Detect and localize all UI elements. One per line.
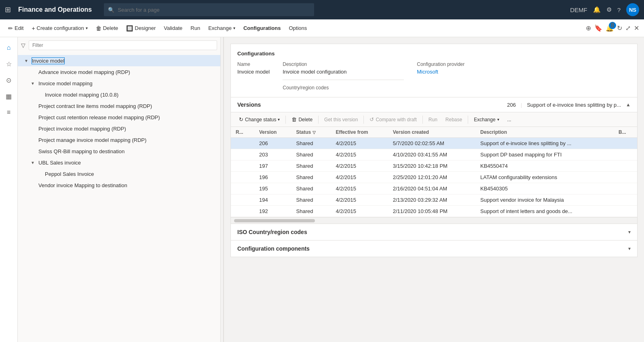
status-filter-icon[interactable]: ▽ bbox=[312, 130, 316, 135]
help-icon[interactable]: ? bbox=[617, 6, 621, 13]
iso-chevron-icon: ▾ bbox=[628, 229, 631, 235]
versions-delete-icon: 🗑 bbox=[291, 116, 297, 122]
tree-item-project-cust-retention[interactable]: Project cust retention release model map… bbox=[18, 112, 220, 123]
notification-icon[interactable]: 🔔 bbox=[593, 6, 601, 13]
filter-panel: ▽ ▼Invoice modelAdvance invoice model ma… bbox=[18, 37, 220, 342]
home-icon-btn[interactable]: ⌂ bbox=[2, 40, 16, 55]
table-row[interactable]: 196Shared4/2/20152/25/2020 12:01:20 AMLA… bbox=[231, 172, 637, 183]
settings-icon[interactable]: ⚙ bbox=[606, 6, 612, 13]
cell-description-5: Support vendor invoice for Malaysia bbox=[475, 194, 614, 206]
configurations-section-title: Configurations bbox=[237, 51, 631, 57]
versions-table-scroll[interactable]: R... Version Status ▽ Effective from Ver… bbox=[231, 127, 637, 217]
tree-item-peppol[interactable]: Peppol Sales Invoice bbox=[18, 168, 220, 179]
cell-effective_from-1: 4/2/2015 bbox=[331, 149, 388, 160]
col-b: B... bbox=[614, 127, 637, 138]
cell-b-5 bbox=[614, 194, 637, 206]
tree-item-ubl-sales[interactable]: ▼UBL Sales invoice bbox=[18, 157, 220, 168]
description-field: Description Invoice model configuration … bbox=[283, 61, 404, 91]
change-status-icon: ↻ bbox=[239, 116, 243, 122]
history-icon-btn[interactable]: ⊙ bbox=[2, 73, 16, 87]
validate-button[interactable]: Validate bbox=[160, 23, 186, 33]
tree-item-project-invoice[interactable]: Project invoice model mapping (RDP) bbox=[18, 123, 220, 134]
tree-toggle-invoice-model[interactable]: ▼ bbox=[24, 59, 30, 63]
edit-button[interactable]: ✏ Edit bbox=[5, 23, 27, 33]
versions-exchange-button[interactable]: Exchange ▾ bbox=[471, 115, 502, 124]
tree-item-invoice-model-mapping[interactable]: ▼Invoice model mapping bbox=[18, 78, 220, 89]
table-row[interactable]: 195Shared4/2/20152/16/2020 04:51:04 AMKB… bbox=[231, 183, 637, 194]
get-this-version-button[interactable]: Get this version bbox=[321, 115, 361, 124]
versions-delete-button[interactable]: 🗑 Delete bbox=[288, 115, 316, 124]
delete-button[interactable]: 🗑 Delete bbox=[93, 23, 122, 33]
list-icon-btn[interactable]: ≡ bbox=[2, 105, 16, 120]
main-toolbar: ✏ Edit + Create configuration ▾ 🗑 Delete… bbox=[0, 19, 644, 37]
run-button[interactable]: Run bbox=[187, 23, 203, 33]
filter-icon: ▽ bbox=[21, 42, 25, 49]
versions-desc-preview: Support of e-invoice lines splitting by … bbox=[527, 102, 621, 108]
tree-item-invoice-model-mapping-10[interactable]: Invoice model mapping (10.0.8) bbox=[18, 89, 220, 100]
cell-status-5: Shared bbox=[291, 194, 331, 206]
star-icon-btn[interactable]: ☆ bbox=[2, 57, 16, 71]
provider-field: Configuration provider Microsoft bbox=[417, 61, 465, 91]
tree-item-invoice-model[interactable]: ▼Invoice model bbox=[18, 55, 220, 66]
components-section: Configuration components ▾ bbox=[230, 241, 638, 257]
compare-with-draft-button[interactable]: ↺ Compare with draft bbox=[366, 115, 420, 124]
cell-version_created-4: 2/16/2020 04:51:04 AM bbox=[388, 183, 475, 194]
environment-label: DEMF bbox=[570, 6, 587, 13]
versions-collapse-icon[interactable]: ▲ bbox=[626, 102, 631, 108]
rebase-button[interactable]: Rebase bbox=[442, 115, 465, 124]
refresh-icon[interactable]: ↻ bbox=[617, 24, 622, 32]
open-new-icon[interactable]: ⤢ bbox=[625, 24, 631, 32]
tree-item-project-contract[interactable]: Project contract line items model mappin… bbox=[18, 100, 220, 112]
provider-value[interactable]: Microsoft bbox=[417, 69, 465, 75]
right-panel: Configurations Name Invoice model Descri… bbox=[224, 37, 644, 342]
tree-label-project-invoice: Project invoice model mapping (RDP) bbox=[38, 125, 127, 132]
table-row[interactable]: 206Shared4/2/20155/7/2020 02:02:55 AMSup… bbox=[231, 138, 637, 149]
versions-header[interactable]: Versions 206 | Support of e-invoice line… bbox=[231, 97, 637, 112]
tree-item-advance-invoice[interactable]: Advance invoice model mapping (RDP) bbox=[18, 66, 220, 78]
designer-button[interactable]: 🔲 Designer bbox=[123, 23, 159, 33]
close-icon[interactable]: ✕ bbox=[634, 24, 639, 32]
cell-r-5 bbox=[231, 194, 254, 206]
configurations-button[interactable]: Configurations bbox=[240, 23, 284, 33]
filter-input[interactable] bbox=[29, 40, 217, 50]
vtb-sep-5 bbox=[468, 116, 468, 124]
pin-icon[interactable]: ⊕ bbox=[586, 24, 591, 32]
cell-effective_from-6: 4/2/2015 bbox=[331, 206, 388, 217]
tree-item-project-manage[interactable]: Project manage invoice model mapping (RD… bbox=[18, 134, 220, 146]
tree-toggle-invoice-model-mapping[interactable]: ▼ bbox=[31, 81, 36, 86]
search-bar-container: 🔍 bbox=[104, 3, 314, 16]
tree-toggle-ubl-sales[interactable]: ▼ bbox=[31, 160, 36, 165]
country-label: Country/region codes bbox=[283, 85, 404, 91]
iso-header[interactable]: ISO Country/region codes ▾ bbox=[231, 224, 637, 240]
bookmark-icon[interactable]: 🔖 bbox=[594, 24, 602, 32]
components-header[interactable]: Configuration components ▾ bbox=[231, 241, 637, 257]
table-row[interactable]: 192Shared4/2/20152/11/2020 10:05:48 PMSu… bbox=[231, 206, 637, 217]
versions-more-button[interactable]: ... bbox=[504, 115, 515, 124]
vtb-sep-2 bbox=[318, 116, 319, 124]
exchange-button[interactable]: Exchange ▾ bbox=[205, 23, 239, 33]
versions-panel: Versions 206 | Support of e-invoice line… bbox=[230, 97, 638, 224]
cell-effective_from-5: 4/2/2015 bbox=[331, 194, 388, 206]
horizontal-scrollbar[interactable] bbox=[231, 217, 637, 224]
grid-icon[interactable]: ⊞ bbox=[5, 5, 11, 14]
cell-version-2: 197 bbox=[254, 160, 291, 172]
cell-version-6: 192 bbox=[254, 206, 291, 217]
versions-run-button[interactable]: Run bbox=[425, 115, 441, 124]
create-configuration-button[interactable]: + Create configuration ▾ bbox=[28, 23, 91, 33]
cell-effective_from-4: 4/2/2015 bbox=[331, 183, 388, 194]
cell-status-6: Shared bbox=[291, 206, 331, 217]
panel-splitter[interactable] bbox=[220, 37, 224, 342]
table-row[interactable]: 194Shared4/2/20152/13/2020 03:29:32 AMSu… bbox=[231, 194, 637, 206]
calendar-icon-btn[interactable]: ▦ bbox=[2, 89, 16, 103]
tree-label-swiss-qr: Swiss QR-Bill mapping to destination bbox=[38, 148, 125, 155]
avatar[interactable]: NS bbox=[626, 3, 639, 16]
search-input[interactable] bbox=[118, 7, 310, 13]
change-status-button[interactable]: ↻ Change status ▾ bbox=[236, 115, 283, 124]
table-row[interactable]: 203Shared4/2/20154/10/2020 03:41:55 AMSu… bbox=[231, 149, 637, 160]
tree-item-vendor-invoice[interactable]: Vendor invoice Mapping to destination bbox=[18, 179, 220, 191]
cell-effective_from-3: 4/2/2015 bbox=[331, 172, 388, 183]
table-row[interactable]: 197Shared4/2/20153/15/2020 10:42:18 PMKB… bbox=[231, 160, 637, 172]
tree-item-swiss-qr[interactable]: Swiss QR-Bill mapping to destination bbox=[18, 146, 220, 157]
col-status: Status ▽ bbox=[291, 127, 331, 138]
options-button[interactable]: Options bbox=[285, 23, 310, 33]
